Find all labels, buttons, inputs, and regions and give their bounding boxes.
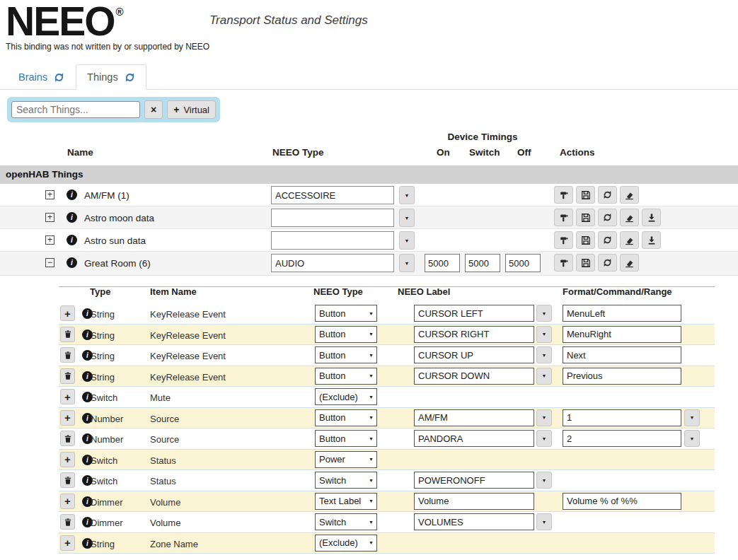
neeo-type-select[interactable]: (Exclude)▼ bbox=[315, 388, 377, 405]
format-input[interactable] bbox=[563, 430, 681, 447]
neeo-label-dropdown-button[interactable]: ▼ bbox=[536, 305, 552, 322]
delete-channel-button[interactable] bbox=[60, 347, 75, 363]
save-button[interactable] bbox=[576, 231, 595, 249]
refresh-button[interactable] bbox=[598, 254, 617, 272]
delete-channel-button[interactable] bbox=[60, 472, 75, 488]
search-input[interactable] bbox=[11, 101, 140, 118]
neeo-label-input[interactable] bbox=[414, 326, 534, 343]
timing-off-input[interactable] bbox=[505, 254, 541, 272]
format-input[interactable] bbox=[563, 305, 681, 322]
delete-channel-button[interactable] bbox=[60, 327, 75, 342]
expand-icon[interactable]: + bbox=[45, 235, 54, 245]
neeo-label-dropdown-button[interactable]: ▼ bbox=[536, 472, 552, 489]
tab-brains[interactable]: Brains bbox=[7, 64, 76, 90]
neeo-type-dropdown-button[interactable]: ▼ bbox=[399, 231, 415, 250]
neeo-type-select[interactable]: (Exclude)▼ bbox=[315, 535, 377, 552]
expand-icon[interactable]: + bbox=[45, 190, 54, 199]
neeo-type-dropdown-button[interactable]: ▼ bbox=[399, 209, 415, 227]
neeo-type-select[interactable]: Button▼ bbox=[315, 368, 377, 385]
trash-icon bbox=[64, 476, 72, 485]
add-channel-button[interactable]: + bbox=[60, 305, 75, 321]
add-virtual-button[interactable]: + Virtual bbox=[167, 100, 216, 119]
rules-button[interactable] bbox=[554, 231, 573, 249]
delete-channel-button[interactable] bbox=[60, 514, 75, 530]
neeo-label-dropdown-button[interactable]: ▼ bbox=[536, 513, 552, 530]
neeo-label-input[interactable] bbox=[414, 513, 534, 530]
neeo-label-dropdown-button[interactable]: ▼ bbox=[536, 368, 552, 385]
format-dropdown-button[interactable]: ▼ bbox=[684, 409, 700, 426]
neeo-label-input[interactable] bbox=[414, 409, 534, 426]
refresh-button[interactable] bbox=[598, 231, 617, 249]
format-input[interactable] bbox=[563, 493, 681, 510]
export-button[interactable] bbox=[642, 209, 661, 226]
add-channel-button[interactable]: + bbox=[60, 410, 75, 426]
neeo-type-select[interactable]: Button▼ bbox=[315, 346, 377, 363]
neeo-type-dropdown-button[interactable]: ▼ bbox=[399, 186, 415, 204]
info-icon[interactable]: i bbox=[67, 212, 77, 223]
neeo-type-input[interactable] bbox=[271, 186, 394, 204]
format-input[interactable] bbox=[563, 368, 681, 385]
neeo-type-select[interactable]: Button▼ bbox=[315, 326, 377, 343]
delete-button[interactable] bbox=[620, 209, 639, 226]
save-button[interactable] bbox=[576, 209, 595, 226]
neeo-type-select[interactable]: Text Label▼ bbox=[315, 493, 377, 510]
rules-button[interactable] bbox=[554, 209, 573, 226]
neeo-label-input[interactable] bbox=[414, 430, 534, 447]
refresh-button[interactable] bbox=[598, 209, 617, 226]
add-channel-button[interactable]: + bbox=[60, 452, 75, 467]
channel-type: String bbox=[91, 372, 115, 383]
things-rows: + i AM/FM (1) ▼ + i Astro moon data ▼ bbox=[0, 184, 738, 276]
rules-button[interactable] bbox=[554, 254, 573, 272]
refresh-button[interactable] bbox=[598, 186, 617, 204]
info-icon[interactable]: i bbox=[67, 235, 77, 245]
collapse-icon[interactable]: − bbox=[45, 258, 54, 267]
expand-icon[interactable]: + bbox=[45, 213, 54, 222]
rules-button[interactable] bbox=[554, 186, 573, 204]
neeo-label-dropdown-button[interactable]: ▼ bbox=[536, 409, 552, 426]
delete-channel-button[interactable] bbox=[60, 368, 75, 384]
refresh-icon[interactable] bbox=[54, 72, 64, 83]
add-channel-button[interactable]: + bbox=[60, 494, 75, 509]
neeo-type-input[interactable] bbox=[271, 231, 394, 250]
timing-switch-input[interactable] bbox=[465, 254, 500, 272]
channel-row: +iDimmerVolumeText Label▼ bbox=[59, 491, 715, 513]
neeo-type-select[interactable]: Power▼ bbox=[315, 451, 377, 468]
timing-on-input[interactable] bbox=[425, 254, 460, 272]
tab-things[interactable]: Things bbox=[76, 64, 146, 90]
neeo-type-select[interactable]: Button▼ bbox=[315, 430, 377, 447]
info-icon[interactable]: i bbox=[67, 257, 77, 268]
neeo-type-select[interactable]: Button▼ bbox=[315, 305, 377, 322]
delete-button[interactable] bbox=[620, 254, 639, 272]
neeo-label-dropdown-button[interactable]: ▼ bbox=[536, 430, 552, 447]
neeo-type-select[interactable]: Switch▼ bbox=[315, 513, 377, 530]
neeo-type-dropdown-button[interactable]: ▼ bbox=[399, 254, 415, 272]
neeo-label-input[interactable] bbox=[414, 493, 534, 510]
neeo-type-select[interactable]: Button▼ bbox=[315, 409, 377, 426]
channel-row: iDimmerVolumeSwitch▼▼ bbox=[59, 512, 715, 533]
add-channel-button[interactable]: + bbox=[60, 389, 75, 404]
neeo-label-input[interactable] bbox=[414, 472, 534, 489]
clear-search-button[interactable]: × bbox=[144, 100, 163, 119]
format-input[interactable] bbox=[563, 409, 681, 426]
neeo-label-input[interactable] bbox=[414, 346, 534, 363]
neeo-label-dropdown-button[interactable]: ▼ bbox=[536, 326, 552, 343]
neeo-label-input[interactable] bbox=[414, 368, 534, 385]
delete-button[interactable] bbox=[620, 186, 639, 204]
neeo-label-input[interactable] bbox=[414, 305, 534, 322]
export-button[interactable] bbox=[642, 231, 661, 249]
refresh-icon[interactable] bbox=[125, 72, 135, 83]
save-button[interactable] bbox=[576, 186, 595, 204]
neeo-type-select[interactable]: Switch▼ bbox=[315, 472, 377, 489]
delete-button[interactable] bbox=[620, 231, 639, 249]
select-value: Button bbox=[316, 433, 346, 444]
neeo-label-dropdown-button[interactable]: ▼ bbox=[536, 346, 552, 363]
format-input[interactable] bbox=[563, 346, 681, 363]
info-icon[interactable]: i bbox=[67, 189, 77, 200]
add-channel-button[interactable]: + bbox=[60, 535, 75, 551]
format-input[interactable] bbox=[563, 326, 681, 343]
delete-channel-button[interactable] bbox=[60, 431, 75, 446]
neeo-type-input[interactable] bbox=[271, 209, 394, 227]
save-button[interactable] bbox=[576, 254, 595, 272]
neeo-type-input[interactable] bbox=[271, 254, 394, 272]
format-dropdown-button[interactable]: ▼ bbox=[684, 430, 700, 447]
